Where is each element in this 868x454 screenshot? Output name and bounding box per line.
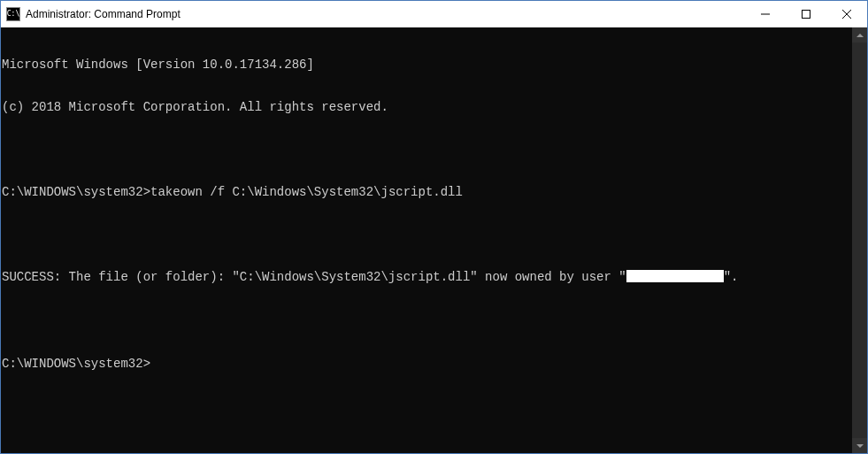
terminal-blank-line bbox=[2, 227, 852, 242]
cursor bbox=[150, 355, 157, 367]
chevron-up-icon bbox=[856, 34, 864, 37]
maximize-icon bbox=[802, 10, 810, 19]
vertical-scrollbar[interactable] bbox=[852, 27, 867, 453]
cmd-icon: C:\ bbox=[6, 7, 20, 21]
terminal-prompt-line: C:\WINDOWS\system32> bbox=[2, 355, 852, 371]
command-text: takeown /f C:\Windows\System32\jscript.d… bbox=[150, 185, 463, 199]
scrollbar-down-button[interactable] bbox=[852, 438, 867, 453]
terminal-prompt-line: C:\WINDOWS\system32>takeown /f C:\Window… bbox=[2, 185, 852, 199]
window-controls bbox=[745, 1, 867, 27]
close-icon bbox=[842, 10, 851, 19]
scrollbar-track[interactable] bbox=[852, 42, 867, 438]
terminal-blank-line bbox=[2, 142, 852, 157]
content-area: Microsoft Windows [Version 10.0.17134.28… bbox=[1, 27, 867, 453]
prompt-path: C:\WINDOWS\system32> bbox=[2, 357, 150, 371]
success-prefix: SUCCESS: The file (or folder): "C:\Windo… bbox=[2, 270, 626, 284]
close-button[interactable] bbox=[826, 1, 867, 27]
minimize-icon bbox=[761, 10, 770, 19]
terminal-blank-line bbox=[2, 312, 852, 327]
terminal-output[interactable]: Microsoft Windows [Version 10.0.17134.28… bbox=[1, 27, 852, 453]
prompt-path: C:\WINDOWS\system32> bbox=[2, 185, 150, 199]
chevron-down-icon bbox=[856, 444, 864, 448]
maximize-button[interactable] bbox=[786, 1, 826, 27]
command-prompt-window: C:\ Administrator: Command Prompt Micros… bbox=[0, 0, 868, 454]
success-suffix: ". bbox=[724, 270, 739, 284]
scrollbar-up-button[interactable] bbox=[852, 27, 867, 42]
redacted-username bbox=[626, 270, 724, 282]
window-title: Administrator: Command Prompt bbox=[26, 8, 181, 20]
cmd-icon-glyph: C:\ bbox=[7, 11, 19, 18]
titlebar[interactable]: C:\ Administrator: Command Prompt bbox=[1, 1, 867, 27]
terminal-success-line: SUCCESS: The file (or folder): "C:\Windo… bbox=[2, 270, 852, 284]
minimize-button[interactable] bbox=[745, 1, 786, 27]
terminal-line: (c) 2018 Microsoft Corporation. All righ… bbox=[2, 100, 852, 114]
terminal-line: Microsoft Windows [Version 10.0.17134.28… bbox=[2, 58, 852, 72]
svg-rect-1 bbox=[803, 11, 810, 19]
